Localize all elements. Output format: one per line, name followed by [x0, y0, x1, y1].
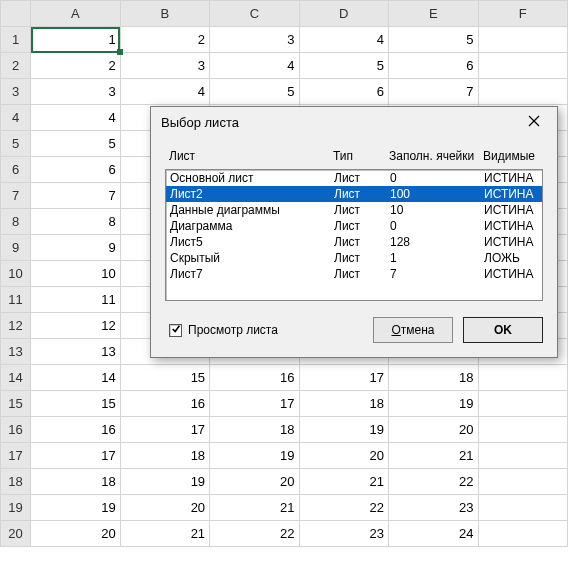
list-item[interactable]: ДиаграммаЛист0ИСТИНА	[166, 218, 542, 234]
row-header[interactable]: 9	[1, 235, 31, 261]
cell[interactable]: 1	[31, 27, 120, 53]
dialog-titlebar[interactable]: Выбор листа	[151, 107, 557, 137]
cell[interactable]: 5	[389, 27, 478, 53]
cell[interactable]: 6	[389, 53, 478, 79]
cell[interactable]: 22	[210, 521, 299, 547]
cell[interactable]: 20	[31, 521, 120, 547]
cell[interactable]: 17	[120, 417, 209, 443]
cell[interactable]: 20	[120, 495, 209, 521]
list-item[interactable]: Основной листЛист0ИСТИНА	[166, 170, 542, 186]
cell[interactable]: 21	[210, 495, 299, 521]
cell[interactable]	[478, 495, 568, 521]
list-item[interactable]: Лист2Лист100ИСТИНА	[166, 186, 542, 202]
cell[interactable]: 19	[31, 495, 120, 521]
list-item[interactable]: СкрытыйЛист1ЛОЖЬ	[166, 250, 542, 266]
cell[interactable]: 3	[31, 79, 120, 105]
cell[interactable]: 5	[299, 53, 388, 79]
row-header[interactable]: 1	[1, 27, 31, 53]
cell[interactable]: 4	[31, 105, 120, 131]
cell[interactable]: 15	[31, 391, 120, 417]
select-all-corner[interactable]	[1, 1, 31, 27]
cell[interactable]: 6	[31, 157, 120, 183]
cell[interactable]	[478, 27, 568, 53]
row-header[interactable]: 19	[1, 495, 31, 521]
cell[interactable]	[478, 521, 568, 547]
cell[interactable]: 23	[389, 495, 478, 521]
list-item[interactable]: Данные диаграммыЛист10ИСТИНА	[166, 202, 542, 218]
cell[interactable]: 3	[120, 53, 209, 79]
column-header[interactable]: C	[210, 1, 299, 27]
cell[interactable]: 10	[31, 261, 120, 287]
cell[interactable]: 13	[31, 339, 120, 365]
column-header[interactable]: F	[478, 1, 568, 27]
row-header[interactable]: 17	[1, 443, 31, 469]
cell[interactable]: 11	[31, 287, 120, 313]
column-header[interactable]: B	[120, 1, 209, 27]
cell[interactable]: 20	[210, 469, 299, 495]
column-header[interactable]: E	[389, 1, 478, 27]
cell[interactable]: 4	[120, 79, 209, 105]
cell[interactable]: 22	[389, 469, 478, 495]
cell[interactable]: 16	[31, 417, 120, 443]
cell[interactable]: 4	[299, 27, 388, 53]
preview-checkbox[interactable]: Просмотр листа	[169, 323, 278, 337]
cell[interactable]: 2	[31, 53, 120, 79]
cell[interactable]: 15	[120, 365, 209, 391]
row-header[interactable]: 5	[1, 131, 31, 157]
row-header[interactable]: 11	[1, 287, 31, 313]
cell[interactable]	[478, 79, 568, 105]
cell[interactable]: 6	[299, 79, 388, 105]
close-button[interactable]	[519, 111, 549, 133]
ok-button[interactable]: OK	[463, 317, 543, 343]
cell[interactable]	[478, 53, 568, 79]
cell[interactable]: 4	[210, 53, 299, 79]
list-item[interactable]: Лист5Лист128ИСТИНА	[166, 234, 542, 250]
cell[interactable]: 9	[31, 235, 120, 261]
cell[interactable]: 17	[210, 391, 299, 417]
cell[interactable]: 21	[299, 469, 388, 495]
column-header[interactable]: D	[299, 1, 388, 27]
cell[interactable]	[478, 443, 568, 469]
row-header[interactable]: 18	[1, 469, 31, 495]
cell[interactable]: 17	[299, 365, 388, 391]
cell[interactable]: 19	[210, 443, 299, 469]
column-header[interactable]: A	[31, 1, 120, 27]
row-header[interactable]: 10	[1, 261, 31, 287]
row-header[interactable]: 4	[1, 105, 31, 131]
cell[interactable]: 23	[299, 521, 388, 547]
cell[interactable]: 20	[389, 417, 478, 443]
cell[interactable]: 18	[31, 469, 120, 495]
cell[interactable]: 21	[389, 443, 478, 469]
cell[interactable]: 16	[120, 391, 209, 417]
list-item[interactable]: Лист7Лист7ИСТИНА	[166, 266, 542, 282]
cell[interactable]	[478, 469, 568, 495]
row-header[interactable]: 3	[1, 79, 31, 105]
cell[interactable]	[478, 365, 568, 391]
cell[interactable]: 5	[31, 131, 120, 157]
cell[interactable]: 19	[299, 417, 388, 443]
cell[interactable]: 20	[299, 443, 388, 469]
sheet-listbox[interactable]: Основной листЛист0ИСТИНАЛист2Лист100ИСТИ…	[165, 169, 543, 301]
row-header[interactable]: 7	[1, 183, 31, 209]
row-header[interactable]: 8	[1, 209, 31, 235]
cell[interactable]: 16	[210, 365, 299, 391]
cell[interactable]: 12	[31, 313, 120, 339]
cell[interactable]: 18	[120, 443, 209, 469]
cell[interactable]: 18	[389, 365, 478, 391]
cancel-button[interactable]: Отмена	[373, 317, 453, 343]
row-header[interactable]: 16	[1, 417, 31, 443]
row-header[interactable]: 15	[1, 391, 31, 417]
cell[interactable]: 7	[31, 183, 120, 209]
row-header[interactable]: 2	[1, 53, 31, 79]
row-header[interactable]: 12	[1, 313, 31, 339]
cell[interactable]: 18	[299, 391, 388, 417]
cell[interactable]: 24	[389, 521, 478, 547]
cell[interactable]: 8	[31, 209, 120, 235]
row-header[interactable]: 20	[1, 521, 31, 547]
cell[interactable]: 2	[120, 27, 209, 53]
cell[interactable]: 18	[210, 417, 299, 443]
cell[interactable]: 21	[120, 521, 209, 547]
row-header[interactable]: 14	[1, 365, 31, 391]
cell[interactable]: 3	[210, 27, 299, 53]
cell[interactable]: 22	[299, 495, 388, 521]
